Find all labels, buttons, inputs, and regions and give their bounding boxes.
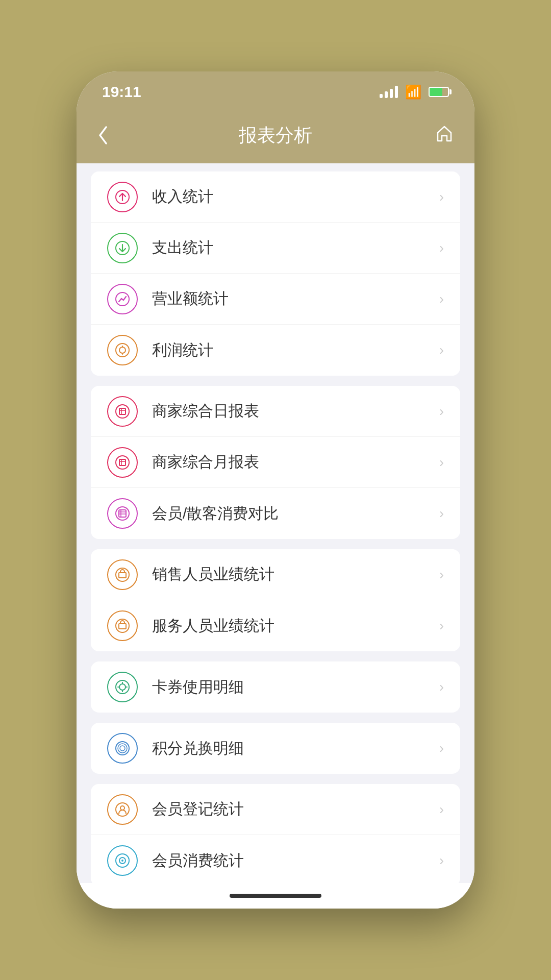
chevron-icon: › (439, 342, 444, 358)
chevron-icon: › (439, 454, 444, 471)
member-register-label: 会员登记统计 (152, 799, 439, 820)
income-icon (107, 182, 138, 212)
status-icons: 📶 (380, 84, 449, 100)
monthly-report-icon (107, 447, 138, 478)
menu-item-income[interactable]: 收入统计 › (91, 172, 460, 223)
page-title: 报表分析 (239, 123, 312, 148)
menu-group-4: 卡券使用明细 › (91, 662, 460, 713)
expense-label: 支出统计 (152, 237, 439, 258)
daily-report-label: 商家综合日报表 (152, 401, 439, 422)
member-consume-icon (107, 845, 138, 876)
back-button[interactable] (97, 125, 109, 145)
card-detail-icon (107, 672, 138, 702)
income-label: 收入统计 (152, 186, 439, 207)
daily-report-icon (107, 396, 138, 427)
svg-rect-18 (119, 624, 126, 629)
svg-point-22 (118, 744, 127, 753)
menu-item-profit[interactable]: 利润统计 › (91, 325, 460, 376)
chevron-icon: › (439, 618, 444, 634)
menu-group-5: 积分兑换明细 › (91, 723, 460, 774)
svg-point-28 (121, 860, 123, 862)
svg-point-3 (116, 344, 129, 357)
svg-point-23 (120, 746, 125, 751)
chevron-icon: › (439, 852, 444, 869)
service-staff-icon (107, 610, 138, 641)
revenue-label: 营业额统计 (152, 288, 439, 309)
home-indicator (77, 883, 474, 909)
points-detail-label: 积分兑换明细 (152, 738, 439, 759)
expense-icon (107, 233, 138, 263)
chevron-icon: › (439, 567, 444, 583)
menu-item-service-staff[interactable]: 服务人员业绩统计 › (91, 600, 460, 651)
sales-staff-icon (107, 559, 138, 590)
svg-point-20 (119, 684, 126, 690)
menu-item-monthly-report[interactable]: 商家综合月报表 › (91, 437, 460, 488)
svg-rect-14 (119, 510, 126, 517)
profit-icon (107, 335, 138, 365)
home-bar (230, 894, 321, 898)
status-time: 19:11 (102, 83, 141, 101)
points-detail-icon (107, 733, 138, 764)
sales-staff-label: 销售人员业绩统计 (152, 564, 439, 585)
menu-group-6: 会员登记统计 › 会员消费统计 › (91, 784, 460, 883)
chevron-icon: › (439, 801, 444, 818)
svg-rect-10 (119, 459, 126, 465)
chevron-icon: › (439, 505, 444, 522)
battery-icon (429, 87, 449, 97)
menu-item-expense[interactable]: 支出统计 › (91, 223, 460, 274)
menu-group-1: 收入统计 › 支出统计 › (91, 172, 460, 376)
menu-item-daily-report[interactable]: 商家综合日报表 › (91, 386, 460, 437)
content-area: 收入统计 › 支出统计 › (77, 163, 474, 883)
signal-icon (380, 86, 398, 98)
revenue-icon (107, 284, 138, 314)
menu-item-member-register[interactable]: 会员登记统计 › (91, 784, 460, 835)
chevron-icon: › (439, 679, 444, 695)
menu-group-2: 商家综合日报表 › 商家综合月报表 › (91, 386, 460, 539)
menu-item-member-compare[interactable]: 会员/散客消费对比 › (91, 488, 460, 539)
svg-point-13 (116, 507, 129, 520)
menu-item-card-detail[interactable]: 卡券使用明细 › (91, 662, 460, 713)
menu-item-points-detail[interactable]: 积分兑换明细 › (91, 723, 460, 774)
svg-point-25 (120, 806, 124, 810)
chevron-icon: › (439, 240, 444, 256)
chevron-icon: › (439, 189, 444, 205)
monthly-report-label: 商家综合月报表 (152, 452, 439, 473)
chevron-icon: › (439, 740, 444, 756)
home-button[interactable] (435, 124, 454, 147)
member-compare-label: 会员/散客消费对比 (152, 503, 439, 524)
phone-frame: 19:11 📶 报表分析 (77, 71, 474, 909)
menu-item-revenue[interactable]: 营业额统计 › (91, 274, 460, 325)
svg-point-4 (119, 347, 126, 353)
svg-point-9 (116, 456, 129, 469)
menu-item-member-consume[interactable]: 会员消费统计 › (91, 835, 460, 883)
member-consume-label: 会员消费统计 (152, 850, 439, 871)
chevron-icon: › (439, 291, 444, 307)
status-bar: 19:11 📶 (77, 71, 474, 112)
member-compare-icon (107, 498, 138, 529)
svg-point-5 (116, 405, 129, 418)
chevron-icon: › (439, 403, 444, 420)
svg-rect-16 (119, 573, 126, 578)
member-register-icon (107, 794, 138, 825)
service-staff-label: 服务人员业绩统计 (152, 616, 439, 636)
nav-bar: 报表分析 (77, 112, 474, 163)
menu-group-3: 销售人员业绩统计 › 服务人员业绩统计 › (91, 549, 460, 651)
wifi-icon: 📶 (405, 84, 421, 100)
profit-label: 利润统计 (152, 340, 439, 361)
card-detail-label: 卡券使用明细 (152, 677, 439, 698)
menu-item-sales-staff[interactable]: 销售人员业绩统计 › (91, 549, 460, 600)
svg-rect-6 (119, 408, 126, 414)
